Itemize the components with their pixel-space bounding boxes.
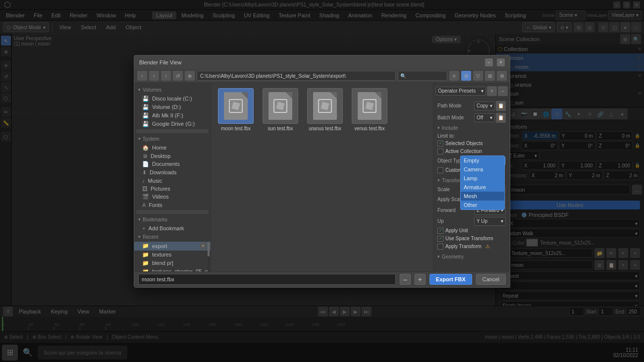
system-fonts[interactable]: A Fonts <box>134 201 211 209</box>
path-bar[interactable]: C:\Users\Alby\Lavoro\3D planets\PS1_styl… <box>197 71 396 81</box>
path-mode-dropdown[interactable]: Copy ▾ <box>474 102 495 110</box>
volume-c[interactable]: 💾 Disco locale (C:) <box>134 95 211 103</box>
active-collection-checkbox[interactable] <box>437 149 443 155</box>
export-fbx-btn[interactable]: Export FBX <box>429 274 472 285</box>
folder-icon-r1: 📁 <box>142 243 149 249</box>
apply-transform-row: Apply Transform ⚠ <box>435 243 508 251</box>
add-bookmark-btn[interactable]: + Add Bookmark <box>134 224 211 232</box>
file-item-uranus[interactable]: uranus test.fbx <box>305 88 345 131</box>
settings-btn[interactable]: ⚙ <box>497 71 507 81</box>
venus-file-label: venus test.fbx <box>354 126 385 131</box>
batch-mode-icon-btn[interactable]: 📋 <box>496 113 506 123</box>
selected-objects-row: Selected Objects <box>435 140 508 148</box>
custom-properties-checkbox[interactable] <box>437 167 443 173</box>
search-input[interactable] <box>398 71 447 81</box>
system-music[interactable]: ♪ Music <box>134 177 211 185</box>
include-header: Include <box>435 124 508 132</box>
volumes-scrollbar[interactable] <box>136 129 209 133</box>
selected-objects-checkbox[interactable] <box>437 141 443 147</box>
file-dialog: Blender File View – × ‹ › ↑ ↺ ⊕ C:\Users… <box>134 55 510 288</box>
recent-scrollbar-thumb[interactable] <box>208 242 210 257</box>
dialog-close-btn[interactable]: × <box>497 58 505 66</box>
system-header: System <box>134 134 211 144</box>
batch-mode-label: Batch Mode <box>437 115 472 120</box>
modal-overlay: Blender File View – × ‹ › ↑ ↺ ⊕ C:\Users… <box>0 0 644 362</box>
grid-view-btn active[interactable]: ⊞ <box>461 71 471 81</box>
dialog-minimize-btn[interactable]: – <box>485 58 493 66</box>
operator-presets-dropdown[interactable]: Operator Presets ▾ <box>435 87 486 96</box>
presets-add-btn[interactable]: + <box>487 86 497 96</box>
apply-transform-warning-icon: ⚠ <box>485 244 490 249</box>
up-dropdown[interactable]: Y Up ▾ <box>474 217 506 226</box>
volume-g[interactable]: 💾 Google Drive (G:) <box>134 120 211 128</box>
recent-scrollbar-track <box>208 242 210 271</box>
cancel-btn[interactable]: Cancel <box>476 274 506 285</box>
downloads-icon: ⬇ <box>142 169 147 176</box>
documents-icon: 📄 <box>142 161 149 167</box>
file-grid[interactable]: moon test.fbx <box>211 83 433 271</box>
system-downloads[interactable]: ⬇ Downloads <box>134 168 211 177</box>
venus-file-icon <box>352 88 387 124</box>
geometry-section: Geometry <box>435 253 508 261</box>
file-item-moon[interactable]: moon test.fbx <box>216 88 256 131</box>
refresh-btn[interactable]: ↺ <box>173 71 183 81</box>
recent-textures[interactable]: 📁 textures <box>134 251 211 259</box>
system-pictures[interactable]: 🖼 Pictures <box>134 185 211 193</box>
presets-remove-btn[interactable]: – <box>498 86 508 96</box>
dialog-footer: – + Export FBX Cancel <box>134 271 510 287</box>
dialog-header: Blender File View – × <box>134 55 510 69</box>
apply-transform-checkbox[interactable] <box>437 244 443 250</box>
bookmarks-header: Bookmarks <box>134 215 211 224</box>
filename-minus-btn[interactable]: – <box>400 274 411 285</box>
use-space-transform-checkbox[interactable] <box>437 236 443 242</box>
system-videos[interactable]: 🎬 Videos <box>134 193 211 201</box>
file-item-sun[interactable]: sun test.fbx <box>261 88 300 131</box>
volume-f[interactable]: 💾 Alb Mk II (F:) <box>134 111 211 120</box>
operator-presets-row: Operator Presets ▾ + – <box>435 85 508 97</box>
path-mode-icon-btn[interactable]: 📋 <box>496 101 506 111</box>
batch-mode-controls: Off ▾ 📋 <box>474 113 506 123</box>
recent-textures-ch[interactable]: 📁 textures_chapter_05_p... <box>134 267 211 271</box>
recent-export-1[interactable]: 📁 export × <box>134 242 211 251</box>
object-types-menu: Empty Camera Lamp Armature Mesh Other <box>460 155 505 210</box>
file-item-venus[interactable]: venus test.fbx <box>350 88 389 131</box>
volumes-header: Volumes <box>134 85 211 95</box>
filter-btn[interactable]: ▽ <box>473 71 483 81</box>
batch-mode-dropdown[interactable]: Off ▾ <box>474 113 495 122</box>
up-btn[interactable]: ↑ <box>161 71 171 81</box>
volume-d[interactable]: 💾 Volume (D:) <box>134 103 211 111</box>
obj-type-mesh[interactable]: Mesh <box>461 192 504 201</box>
system-desktop[interactable]: 🖥 Desktop <box>134 152 211 160</box>
recent-close-btn[interactable]: × <box>200 243 207 250</box>
filename-plus-btn[interactable]: + <box>415 274 426 285</box>
dialog-options-panel: Operator Presets ▾ + – Path Mode Copy ▾ … <box>433 83 510 271</box>
batch-mode-row: Batch Mode Off ▾ 📋 <box>435 112 508 124</box>
obj-type-armature[interactable]: Armature <box>461 183 504 192</box>
obj-type-camera[interactable]: Camera <box>461 165 504 174</box>
forward-btn[interactable]: › <box>149 71 159 81</box>
obj-type-empty[interactable]: Empty <box>461 156 504 165</box>
recent-header: Recent <box>134 232 211 242</box>
recent-blend[interactable]: 📁 blend pr] <box>134 259 211 267</box>
apply-unit-checkbox[interactable] <box>437 228 443 234</box>
sun-file-label: sun test.fbx <box>268 126 293 131</box>
obj-type-other[interactable]: Other <box>461 201 504 209</box>
system-documents[interactable]: 📄 Documents <box>134 160 211 168</box>
obj-type-lamp[interactable]: Lamp <box>461 174 504 183</box>
disk-icon-f: 💾 <box>142 112 149 119</box>
path-mode-row: Path Mode Copy ▾ 📋 <box>435 100 508 112</box>
sort-btn[interactable]: ⊞ <box>485 71 495 81</box>
back-btn[interactable]: ‹ <box>137 71 147 81</box>
desktop-icon: 🖥 <box>142 153 148 159</box>
filename-input[interactable] <box>138 274 396 285</box>
sun-file-icon <box>263 88 298 124</box>
operator-presets-section: Operator Presets ▾ + – <box>435 85 508 97</box>
active-collection-row: Active Collection <box>435 148 508 155</box>
path-mode-controls: Copy ▾ 📋 <box>474 101 506 111</box>
bookmark-btn[interactable]: ⊕ <box>185 71 195 81</box>
system-scrollbar[interactable] <box>136 210 209 214</box>
list-view-btn[interactable]: ≡ <box>449 71 459 81</box>
system-home[interactable]: 🏠 Home <box>134 144 211 152</box>
apply-unit-row: Apply Unit <box>435 227 508 235</box>
home-icon: 🏠 <box>142 145 149 151</box>
